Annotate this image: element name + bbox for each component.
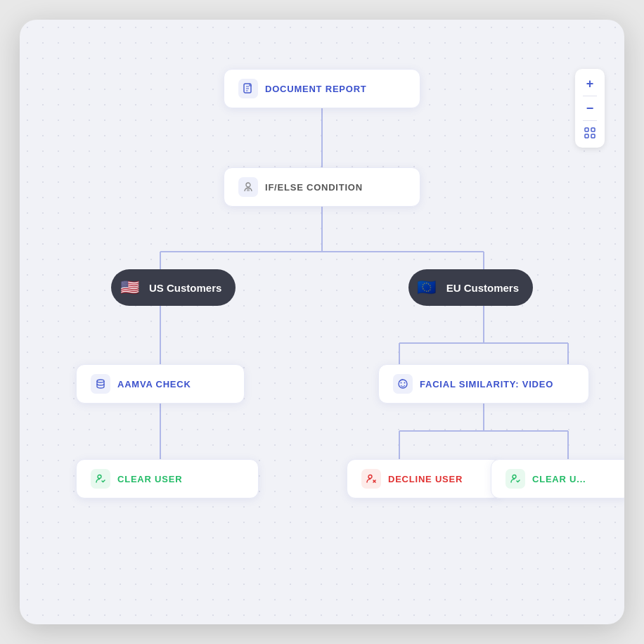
zoom-divider-2 [583, 120, 597, 121]
flow-canvas: + − DOCUMENT REPORT [20, 20, 624, 624]
face-icon [393, 374, 413, 394]
zoom-controls: + − [575, 69, 605, 148]
clear-user-left-node[interactable]: CLEAR USER [76, 459, 259, 498]
aamva-check-node[interactable]: AAMVA CHECK [76, 364, 245, 404]
zoom-divider [583, 96, 597, 96]
svg-point-28 [401, 382, 402, 384]
svg-point-31 [368, 475, 372, 479]
aamva-label: AAMVA CHECK [117, 379, 191, 389]
decline-user-icon [361, 469, 381, 489]
svg-point-34 [513, 475, 516, 479]
eu-flag-icon: 🇪🇺 [414, 275, 439, 300]
ifelse-label: IF/ELSE CONDITION [265, 182, 363, 193]
svg-rect-18 [591, 134, 595, 138]
svg-rect-16 [591, 128, 595, 131]
decline-user-node[interactable]: DECLINE USER [347, 459, 501, 498]
svg-point-23 [246, 183, 250, 187]
connectors-svg [20, 20, 624, 624]
condition-icon [238, 177, 258, 197]
database-icon [91, 374, 110, 394]
check-user-icon [91, 469, 110, 489]
clear-user-right-node[interactable]: CLEAR U... [491, 459, 624, 498]
svg-point-26 [97, 380, 104, 382]
fit-screen-button[interactable] [579, 122, 600, 143]
svg-rect-17 [585, 134, 588, 138]
us-customers-label: US Customers [149, 282, 221, 294]
ifelse-condition-node[interactable]: IF/ELSE CONDITION [224, 167, 420, 207]
svg-point-29 [404, 382, 406, 384]
facial-similarity-label: FACIAL SIMILARITY: VIDEO [420, 379, 553, 389]
check-user-icon-right [505, 469, 525, 489]
document-report-label: DOCUMENT REPORT [265, 84, 367, 94]
clear-user-left-label: CLEAR USER [117, 474, 182, 484]
us-flag-icon: 🇺🇸 [117, 275, 142, 300]
eu-customers-node[interactable]: 🇪🇺 EU Customers [408, 269, 533, 306]
svg-point-30 [98, 475, 101, 479]
eu-customers-label: EU Customers [446, 282, 519, 294]
document-report-node[interactable]: DOCUMENT REPORT [224, 69, 420, 108]
facial-similarity-node[interactable]: FACIAL SIMILARITY: VIDEO [378, 364, 589, 404]
document-icon [238, 79, 258, 98]
decline-user-label: DECLINE USER [388, 474, 463, 484]
us-customers-node[interactable]: 🇺🇸 US Customers [111, 269, 236, 306]
zoom-in-button[interactable]: + [579, 73, 600, 94]
svg-rect-15 [585, 128, 588, 131]
clear-user-right-label: CLEAR U... [532, 474, 586, 484]
zoom-out-button[interactable]: − [579, 98, 600, 119]
